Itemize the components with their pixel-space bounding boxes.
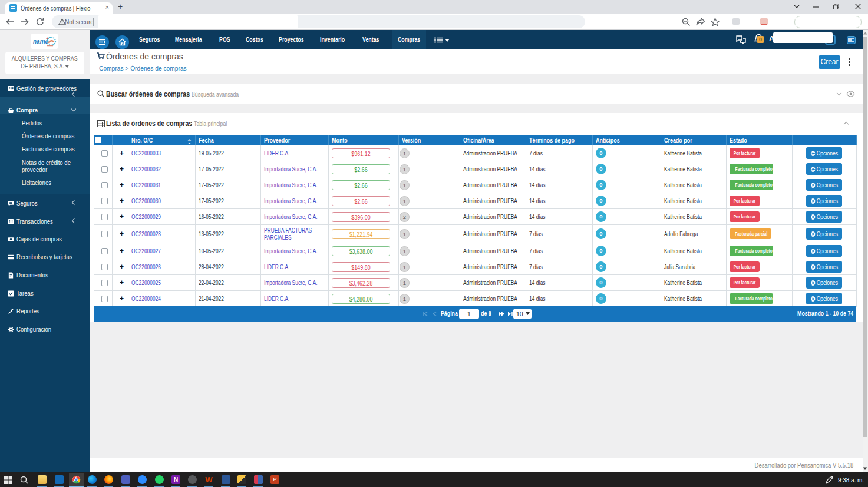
svg-text:namo: namo xyxy=(33,38,49,45)
